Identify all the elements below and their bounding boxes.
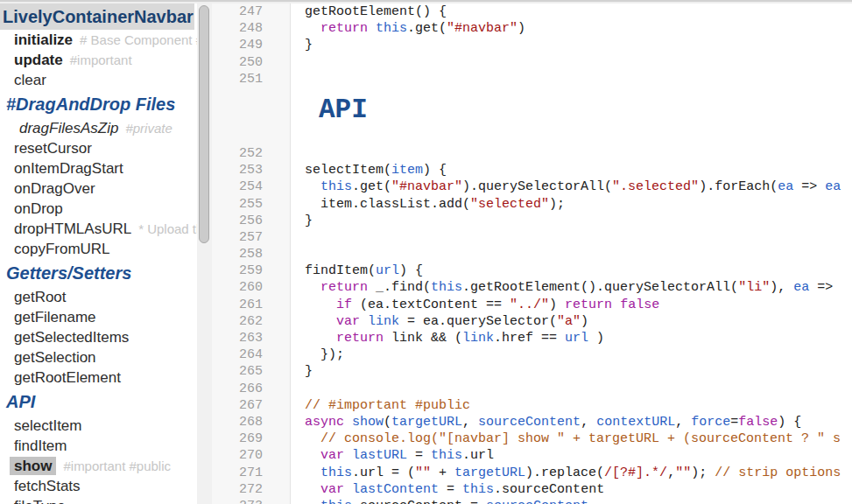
code-line[interactable]: return _.find(this.getRootElement().quer… [291, 279, 852, 296]
code-line[interactable]: } [291, 213, 852, 229]
code-row: 254 this.get("#navbar").querySelectorAll… [212, 178, 852, 195]
code-row: 255 item.classList.add("selected"); [212, 196, 852, 213]
code-row: 269 // console.log("[navbar] show " + ta… [212, 430, 852, 447]
code-line[interactable]: var link = ea.querySelector("a") [291, 313, 852, 330]
code-line[interactable]: var lastURL = this.url [291, 447, 852, 464]
item-label: resetCursor [14, 140, 92, 157]
item-label: copyFromURL [14, 241, 110, 257]
code-row: 251 [212, 71, 852, 88]
outline-item-show[interactable]: show#important #public [0, 456, 197, 476]
line-number: 272 [212, 481, 291, 498]
code-line[interactable] [291, 71, 852, 88]
outline-item-getselection[interactable]: getSelection [0, 347, 197, 368]
code-text: findItem(url) { [305, 262, 852, 279]
code-line[interactable]: async show(targetURL, sourceContent, con… [291, 414, 852, 430]
code-text: } [305, 363, 852, 380]
code-line[interactable]: }); [291, 346, 852, 363]
item-label: getSelection [14, 349, 96, 366]
outline-item-copyfromurl[interactable]: copyFromURL [0, 239, 197, 259]
code-line[interactable]: // console.log("[navbar] show " + target… [291, 430, 852, 447]
code-line[interactable]: this.sourceContent = sourceContent [291, 498, 852, 504]
item-tag: #important [70, 52, 132, 67]
item-tag: #private [125, 121, 172, 136]
line-number: 273 [212, 498, 291, 504]
code-text: var lastURL = this.url [305, 447, 852, 464]
outline-item-ondrop[interactable]: onDrop [0, 199, 197, 219]
code-row: 248 return this.get("#navbar") [212, 20, 852, 37]
code-row: 271 this.url = ("" + targetURL).replace(… [212, 465, 852, 481]
outline-item-filetype[interactable]: fileType [0, 496, 197, 504]
outline-item-getfilename[interactable]: getFilename [0, 307, 197, 327]
code-line[interactable]: return this.get("#navbar") [291, 20, 852, 37]
code-line[interactable]: } [291, 363, 852, 380]
code-line[interactable]: findItem(url) { [291, 262, 852, 279]
item-tag: * Upload the [138, 221, 197, 236]
outline-section--draganddrop-files[interactable]: #DragAndDrop Files [0, 90, 197, 118]
line-number: 269 [212, 430, 291, 447]
code-line[interactable] [291, 381, 852, 397]
sidebar-scrollbar-track[interactable] [197, 4, 212, 504]
outline-item-getroot[interactable]: getRoot [0, 287, 197, 307]
code-line[interactable] [291, 246, 852, 262]
sidebar-scrollbar-thumb[interactable] [199, 5, 209, 243]
item-label: dropHTMLAsURL [14, 220, 131, 237]
item-label: update [14, 52, 63, 68]
item-label: getRootElement [14, 369, 121, 386]
code-line[interactable]: getRootElement() { [291, 4, 852, 20]
outline-section-api[interactable]: API [0, 388, 197, 416]
line-number: 270 [212, 447, 291, 464]
code-line[interactable]: return link && (link.href == url ) [291, 330, 852, 346]
code-line[interactable]: this.get("#navbar").querySelectorAll(".s… [291, 178, 852, 195]
outline-item-list: initialize# Base Component #imupdate#imp… [0, 30, 197, 504]
outline-item-drophtmlasurl[interactable]: dropHTMLAsURL* Upload the [0, 219, 197, 239]
code-line[interactable]: this.url = ("" + targetURL).replace(/[?#… [291, 465, 852, 481]
code-line[interactable]: selectItem(item) { [291, 162, 852, 178]
item-label: findItem [14, 438, 67, 454]
code-editor-pane[interactable]: 247getRootElement() {248 return this.get… [212, 0, 852, 504]
line-number: 257 [212, 229, 291, 246]
code-line[interactable]: // #important #public [291, 397, 852, 414]
outline-item-update[interactable]: update#important [0, 50, 197, 70]
line-number: 250 [212, 54, 291, 71]
code-text: return link && (link.href == url ) [305, 330, 852, 346]
code-text: selectItem(item) { [305, 162, 852, 178]
code-row: 273 this.sourceContent = sourceContent [212, 498, 852, 504]
outline-item-selectitem[interactable]: selectItem [0, 416, 197, 436]
code-row: 264 }); [212, 346, 852, 363]
code-row: 261 if (ea.textContent == "../") return … [212, 297, 852, 313]
outline-item-fetchstats[interactable]: fetchStats [0, 476, 197, 496]
code-text: var lastContent = this.sourceContent [305, 481, 852, 498]
outline-item-dragfilesaszip[interactable]: dragFilesAsZip#private [0, 118, 197, 138]
item-label: clear [14, 72, 46, 88]
code-line[interactable]: if (ea.textContent == "../") return fals… [291, 297, 852, 313]
code-text: getRootElement() { [305, 4, 852, 20]
outline-section-getters-setters[interactable]: Getters/Setters [0, 259, 197, 287]
code-text: var link = ea.querySelector("a") [305, 313, 852, 330]
outline-item-finditem[interactable]: findItem [0, 436, 197, 456]
outline-item-onitemdragstart[interactable]: onItemDragStart [0, 158, 197, 178]
class-title[interactable]: LivelyContainerNavbar [0, 4, 194, 30]
outline-item-getselecteditems[interactable]: getSelectedItems [0, 327, 197, 347]
code-row: 250 [212, 54, 852, 71]
code-line[interactable] [291, 145, 852, 162]
code-line[interactable]: item.classList.add("selected"); [291, 196, 852, 213]
code-browser-window: LivelyContainerNavbar initialize# Base C… [0, 0, 852, 504]
code-line[interactable] [291, 229, 852, 246]
code-section-heading[interactable]: API [291, 88, 852, 145]
code-line[interactable]: } [291, 37, 852, 53]
line-number: 259 [212, 262, 291, 279]
outline-item-initialize[interactable]: initialize# Base Component #im [0, 30, 197, 50]
outline-item-resetcursor[interactable]: resetCursor [0, 138, 197, 158]
line-number: 266 [212, 381, 291, 397]
code-text: if (ea.textContent == "../") return fals… [305, 297, 852, 313]
line-number: 255 [212, 196, 291, 213]
outline-item-ondragover[interactable]: onDragOver [0, 178, 197, 199]
line-number: 264 [212, 346, 291, 363]
heading-row: API [212, 88, 852, 145]
outline-item-clear[interactable]: clear [0, 70, 197, 90]
line-number: 267 [212, 397, 291, 414]
code-line[interactable] [291, 54, 852, 71]
code-line[interactable]: var lastContent = this.sourceContent [291, 481, 852, 498]
outline-item-getrootelement[interactable]: getRootElement [0, 368, 197, 388]
code-text: return this.get("#navbar") [305, 20, 852, 37]
